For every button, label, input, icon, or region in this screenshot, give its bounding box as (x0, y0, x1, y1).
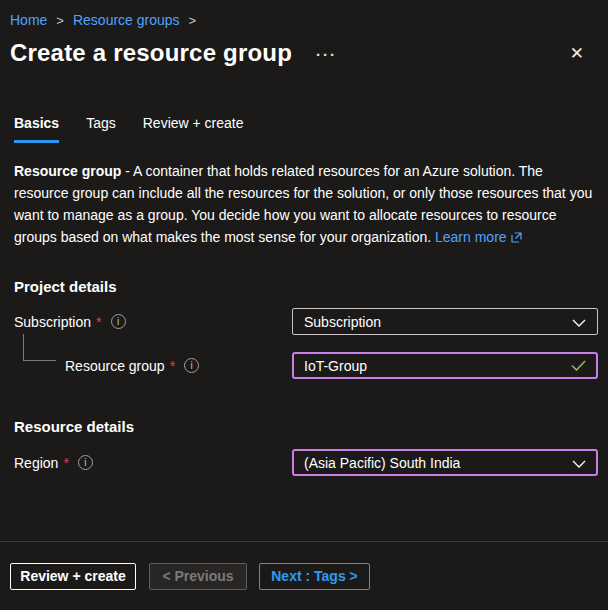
subscription-dropdown-value: Subscription (304, 314, 381, 330)
chevron-down-icon (572, 455, 586, 471)
tab-bar: Basics Tags Review + create (14, 115, 608, 143)
resource-group-label-area: Resource group * i (65, 358, 292, 374)
subscription-dropdown[interactable]: Subscription (292, 308, 598, 335)
info-icon[interactable]: i (111, 314, 126, 329)
more-options-icon[interactable]: ··· (316, 50, 337, 60)
region-label: Region (14, 455, 58, 471)
subscription-field-row: Subscription * i Subscription (0, 308, 608, 335)
close-icon[interactable]: ✕ (570, 45, 584, 62)
region-label-area: Region * i (14, 455, 292, 471)
breadcrumb-link-home[interactable]: Home (10, 12, 47, 28)
subscription-label-area: Subscription * i (14, 314, 292, 330)
resource-group-label: Resource group (65, 358, 165, 374)
page-title: Create a resource group (10, 39, 292, 67)
resource-group-name-value: IoT-Group (304, 358, 367, 374)
breadcrumb-link-resource-groups[interactable]: Resource groups (73, 12, 180, 28)
dialog-header: Create a resource group ··· ✕ (10, 39, 598, 67)
learn-more-link[interactable]: Learn more (435, 229, 507, 245)
breadcrumb-separator-icon: > (56, 13, 64, 28)
breadcrumb: Home > Resource groups > (0, 0, 608, 28)
description-lead: Resource group (14, 163, 121, 179)
previous-button[interactable]: < Previous (149, 563, 247, 590)
chevron-down-icon (572, 314, 586, 330)
review-create-button[interactable]: Review + create (10, 563, 136, 590)
section-heading-project-details: Project details (14, 278, 608, 295)
valid-check-icon (571, 358, 586, 374)
tab-basics[interactable]: Basics (14, 115, 59, 143)
resource-group-field-row: Resource group * i IoT-Group (0, 352, 608, 379)
required-asterisk: * (63, 455, 68, 471)
section-heading-resource-details: Resource details (14, 418, 608, 435)
required-asterisk: * (96, 314, 101, 330)
region-dropdown-value: (Asia Pacific) South India (304, 455, 460, 471)
field-connector-line (23, 334, 56, 361)
info-icon[interactable]: i (78, 455, 93, 470)
region-field-row: Region * i (Asia Pacific) South India (0, 449, 608, 476)
breadcrumb-separator-icon: > (189, 13, 197, 28)
resource-group-description: Resource group - A container that holds … (14, 160, 600, 249)
subscription-label: Subscription (14, 314, 91, 330)
tab-tags[interactable]: Tags (86, 115, 116, 143)
resource-group-name-input[interactable]: IoT-Group (292, 352, 598, 379)
tab-review-create[interactable]: Review + create (143, 115, 244, 143)
external-link-icon (511, 227, 522, 249)
dialog-footer: Review + create < Previous Next : Tags > (0, 541, 608, 610)
required-asterisk: * (170, 358, 175, 374)
info-icon[interactable]: i (184, 358, 199, 373)
region-dropdown[interactable]: (Asia Pacific) South India (292, 449, 598, 476)
next-tags-button[interactable]: Next : Tags > (259, 563, 370, 590)
